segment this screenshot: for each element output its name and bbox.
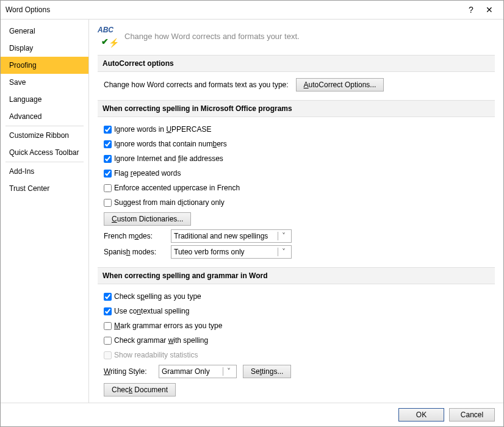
chk-enforce-accent[interactable]: [104, 184, 112, 192]
settings-button[interactable]: Settings...: [243, 365, 291, 378]
lbl-contextual: Use contextual spelling: [114, 307, 189, 315]
dialog-body: General Display Proofing Save Language A…: [1, 19, 503, 403]
chevron-down-icon: ˅: [223, 367, 234, 376]
sidebar-item-display[interactable]: Display: [1, 40, 88, 57]
spanish-modes-label: Spanish modes:: [104, 248, 171, 256]
lbl-mark-grammar: Mark grammar errors as you type: [114, 321, 222, 330]
window-title: Word Options: [5, 5, 462, 14]
chk-ignore-uppercase[interactable]: [104, 126, 112, 134]
page-subtitle: Change how Word corrects and formats you…: [124, 32, 300, 41]
chk-contextual[interactable]: [104, 307, 112, 315]
sidebar-item-save[interactable]: Save: [1, 74, 88, 91]
lbl-main-dict: Suggest from main dictionary only: [114, 198, 225, 207]
content-pane: ABC✔⚡ Change how Word corrects and forma…: [89, 20, 503, 403]
sidebar-separator: [5, 126, 84, 126]
sidebar-item-language[interactable]: Language: [1, 91, 88, 108]
section-autocorrect: AutoCorrect options: [98, 55, 495, 72]
chk-mark-grammar[interactable]: [104, 322, 112, 330]
lbl-enforce-accent: Enforce accented uppercase in French: [114, 184, 240, 192]
chk-readability: [104, 351, 112, 359]
sidebar: General Display Proofing Save Language A…: [1, 20, 89, 403]
chevron-down-icon: ˅: [278, 232, 289, 240]
lbl-grammar-spelling: Check grammar with spelling: [114, 336, 208, 345]
sidebar-item-addins[interactable]: Add-Ins: [1, 163, 88, 180]
writing-style-label: Writing Style:: [104, 367, 159, 376]
dialog-footer: OK Cancel: [1, 403, 503, 426]
check-document-button[interactable]: Check Document: [104, 383, 176, 396]
chk-spell-as-type[interactable]: [104, 293, 112, 301]
sidebar-item-general[interactable]: General: [1, 23, 88, 40]
section-spelling-office: When correcting spelling in Microsoft Of…: [98, 100, 495, 117]
word-options-dialog: Word Options ? ✕ General Display Proofin…: [0, 0, 504, 427]
page-header: ABC✔⚡ Change how Word corrects and forma…: [98, 26, 495, 46]
autocorrect-desc: Change how Word corrects and formats tex…: [104, 81, 289, 89]
lbl-ignore-numbers: Ignore words that contain numbers: [114, 140, 227, 148]
help-button[interactable]: ?: [462, 5, 480, 15]
autocorrect-options-button[interactable]: AutoCorrect Options...: [296, 78, 384, 92]
section-spelling-word: When correcting spelling and grammar in …: [98, 267, 495, 284]
lbl-ignore-uppercase: Ignore words in UPPERCASE: [114, 125, 211, 134]
chk-main-dict[interactable]: [104, 199, 112, 207]
chk-grammar-spelling[interactable]: [104, 337, 112, 345]
writing-style-select[interactable]: Grammar Only ˅: [159, 365, 237, 378]
french-modes-label: French modes:: [104, 232, 171, 240]
spanish-modes-select[interactable]: Tuteo verb forms only ˅: [171, 245, 292, 259]
lbl-flag-repeated: Flag repeated words: [114, 169, 181, 178]
sidebar-item-customize-ribbon[interactable]: Customize Ribbon: [1, 127, 88, 144]
chk-ignore-numbers[interactable]: [104, 140, 112, 148]
cancel-button[interactable]: Cancel: [449, 408, 495, 422]
sidebar-separator: [5, 162, 84, 162]
chk-ignore-internet[interactable]: [104, 155, 112, 163]
ok-button[interactable]: OK: [398, 408, 444, 422]
french-modes-select[interactable]: Traditional and new spellings ˅: [171, 229, 292, 243]
lbl-ignore-internet: Ignore Internet and file addresses: [114, 154, 223, 163]
lbl-spell-as-type: Check spelling as you type: [114, 292, 201, 301]
chevron-down-icon: ˅: [278, 248, 289, 256]
close-button[interactable]: ✕: [480, 5, 499, 15]
sidebar-item-qat[interactable]: Quick Access Toolbar: [1, 144, 88, 161]
lbl-readability: Show readability statistics: [114, 351, 198, 359]
chk-flag-repeated[interactable]: [104, 170, 112, 178]
sidebar-item-trust-center[interactable]: Trust Center: [1, 180, 88, 197]
sidebar-item-proofing[interactable]: Proofing: [1, 57, 88, 74]
sidebar-item-advanced[interactable]: Advanced: [1, 108, 88, 125]
proofing-icon: ABC✔⚡: [98, 26, 118, 46]
titlebar: Word Options ? ✕: [1, 1, 503, 19]
custom-dictionaries-button[interactable]: Custom Dictionaries...: [104, 212, 191, 226]
